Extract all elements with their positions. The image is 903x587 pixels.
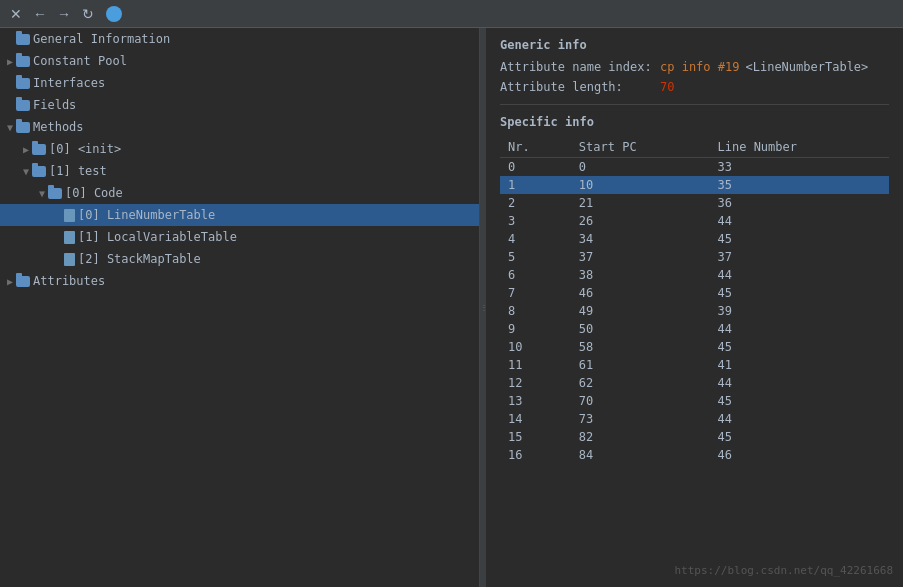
table-cell-15-0: 15 <box>500 428 571 446</box>
table-cell-2-0: 2 <box>500 194 571 212</box>
tree-label-init: [0] <init> <box>49 142 121 156</box>
tree-item-attributes[interactable]: ▶Attributes <box>0 270 479 292</box>
tree-item-methods[interactable]: ▼Methods <box>0 116 479 138</box>
table-cell-2-1: 21 <box>571 194 710 212</box>
table-cell-1-0: 1 <box>500 176 571 194</box>
folder-icon <box>32 166 46 177</box>
table-row[interactable]: 11035 <box>500 176 889 194</box>
table-row[interactable]: 126244 <box>500 374 889 392</box>
table-cell-14-1: 73 <box>571 410 710 428</box>
table-row[interactable]: 137045 <box>500 392 889 410</box>
table-cell-13-0: 13 <box>500 392 571 410</box>
tree-item-code[interactable]: ▼[0] Code <box>0 182 479 204</box>
table-cell-7-2: 45 <box>710 284 889 302</box>
file-blue-icon <box>64 253 75 266</box>
folder-icon <box>48 188 62 199</box>
table-row[interactable]: 63844 <box>500 266 889 284</box>
file-blue-icon <box>64 231 75 244</box>
data-table: Nr.Start PCLine Number 00331103522136326… <box>500 137 889 464</box>
table-col-nr.: Nr. <box>500 137 571 158</box>
tree-item-stackmaptable[interactable]: [2] StackMapTable <box>0 248 479 270</box>
table-cell-10-0: 10 <box>500 338 571 356</box>
table-cell-5-0: 5 <box>500 248 571 266</box>
folder-icon <box>16 34 30 45</box>
table-cell-11-0: 11 <box>500 356 571 374</box>
table-cell-7-0: 7 <box>500 284 571 302</box>
file-blue-icon <box>64 209 75 222</box>
table-cell-1-1: 10 <box>571 176 710 194</box>
folder-icon <box>16 78 30 89</box>
tree-label-localvariabletable: [1] LocalVariableTable <box>78 230 237 244</box>
tree-item-localvariabletable[interactable]: [1] LocalVariableTable <box>0 226 479 248</box>
table-row[interactable]: 158245 <box>500 428 889 446</box>
tree-label-code: [0] Code <box>65 186 123 200</box>
tree-item-linenumbertable[interactable]: [0] LineNumberTable <box>0 204 479 226</box>
attr-name-link[interactable]: cp info #19 <box>660 60 739 74</box>
table-row[interactable]: 168446 <box>500 446 889 464</box>
attr-length-row: Attribute length: 70 <box>500 80 889 94</box>
tree-item-interfaces[interactable]: Interfaces <box>0 72 479 94</box>
table-cell-6-0: 6 <box>500 266 571 284</box>
table-header-row: Nr.Start PCLine Number <box>500 137 889 158</box>
table-cell-15-1: 82 <box>571 428 710 446</box>
table-cell-10-1: 58 <box>571 338 710 356</box>
tree-item-test[interactable]: ▼[1] test <box>0 160 479 182</box>
table-cell-0-0: 0 <box>500 158 571 177</box>
tree-label-linenumbertable: [0] LineNumberTable <box>78 208 215 222</box>
folder-icon <box>16 276 30 287</box>
tree-item-fields[interactable]: Fields <box>0 94 479 116</box>
refresh-button[interactable]: ↻ <box>78 4 98 24</box>
tree-arrow-methods: ▼ <box>4 122 16 133</box>
tree-label-constant-pool: Constant Pool <box>33 54 127 68</box>
toolbar: ✕ ← → ↻ <box>0 0 903 28</box>
table-row[interactable]: 53737 <box>500 248 889 266</box>
table-row[interactable]: 116141 <box>500 356 889 374</box>
table-row[interactable]: 22136 <box>500 194 889 212</box>
table-row[interactable]: 74645 <box>500 284 889 302</box>
forward-button[interactable]: → <box>54 4 74 24</box>
tree-label-attributes: Attributes <box>33 274 105 288</box>
back-button[interactable]: ← <box>30 4 50 24</box>
left-panel[interactable]: General Information▶Constant PoolInterfa… <box>0 28 480 587</box>
tree-arrow-test: ▼ <box>20 166 32 177</box>
attr-name-angle: <LineNumberTable> <box>745 60 868 74</box>
table-cell-16-2: 46 <box>710 446 889 464</box>
table-row[interactable]: 0033 <box>500 158 889 177</box>
table-cell-2-2: 36 <box>710 194 889 212</box>
tree-label-fields: Fields <box>33 98 76 112</box>
table-cell-3-1: 26 <box>571 212 710 230</box>
table-cell-14-0: 14 <box>500 410 571 428</box>
table-cell-0-2: 33 <box>710 158 889 177</box>
table-cell-12-0: 12 <box>500 374 571 392</box>
table-cell-6-1: 38 <box>571 266 710 284</box>
table-cell-6-2: 44 <box>710 266 889 284</box>
table-cell-9-1: 50 <box>571 320 710 338</box>
table-cell-13-1: 70 <box>571 392 710 410</box>
tree-label-stackmaptable: [2] StackMapTable <box>78 252 201 266</box>
attr-length-value: 70 <box>660 80 674 94</box>
tree-item-constant-pool[interactable]: ▶Constant Pool <box>0 50 479 72</box>
specific-info-title: Specific info <box>500 115 889 129</box>
table-row[interactable]: 147344 <box>500 410 889 428</box>
table-row[interactable]: 32644 <box>500 212 889 230</box>
table-col-start-pc: Start PC <box>571 137 710 158</box>
watermark: https://blog.csdn.net/qq_42261668 <box>674 564 893 577</box>
folder-icon <box>16 56 30 67</box>
table-cell-11-1: 61 <box>571 356 710 374</box>
table-cell-5-2: 37 <box>710 248 889 266</box>
tree-item-general-info[interactable]: General Information <box>0 28 479 50</box>
table-cell-0-1: 0 <box>571 158 710 177</box>
table-row[interactable]: 84939 <box>500 302 889 320</box>
tree-arrow-init: ▶ <box>20 144 32 155</box>
tree-label-methods: Methods <box>33 120 84 134</box>
table-cell-8-1: 49 <box>571 302 710 320</box>
close-button[interactable]: ✕ <box>6 4 26 24</box>
table-row[interactable]: 105845 <box>500 338 889 356</box>
tree-arrow-code: ▼ <box>36 188 48 199</box>
folder-icon <box>32 144 46 155</box>
tree-item-init[interactable]: ▶[0] <init> <box>0 138 479 160</box>
table-row[interactable]: 95044 <box>500 320 889 338</box>
table-cell-9-2: 44 <box>710 320 889 338</box>
table-row[interactable]: 43445 <box>500 230 889 248</box>
tree-label-general-info: General Information <box>33 32 170 46</box>
